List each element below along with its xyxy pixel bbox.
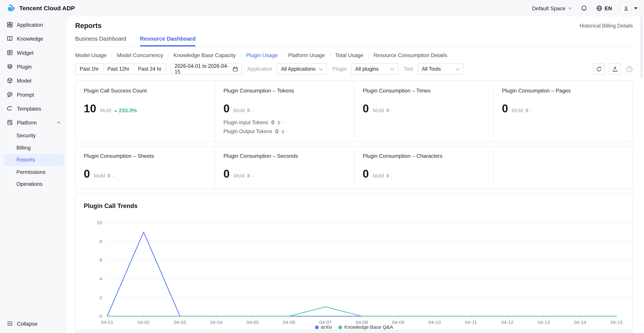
user-icon: [623, 5, 629, 12]
flat-indicator-icon: [247, 174, 250, 178]
tab-resource-dashboard[interactable]: Resource Dashboard: [140, 36, 196, 47]
up-triangle-icon: ▲: [114, 108, 118, 112]
series-line-arxiv: [107, 232, 616, 316]
caret-down-icon: [634, 7, 638, 9]
sidebar-item-plugin[interactable]: Plugin: [0, 60, 67, 74]
collapse-sidebar-button[interactable]: Collapse: [0, 317, 67, 330]
sub-metric-label: Plugin Output Tokens: [224, 129, 272, 134]
sub-metric-label: Plugin Input Tokens: [224, 120, 268, 125]
notifications-button[interactable]: [581, 5, 587, 12]
time-range-past-1hr[interactable]: Past 1hr: [76, 64, 103, 75]
subnav-model-usage[interactable]: Model Usage: [75, 52, 112, 58]
sidebar-item-widget[interactable]: Widget: [0, 46, 67, 60]
time-range-past-24-hr[interactable]: Past 24 hr: [134, 64, 166, 75]
topbar-actions: Default Space EN: [532, 3, 638, 14]
knowledge-icon: [6, 36, 13, 42]
page-title: Reports: [75, 22, 102, 30]
widget-icon: [6, 49, 13, 56]
plugin-select[interactable]: All plugins: [351, 63, 398, 75]
sidebar-item-label: Widget: [17, 50, 61, 56]
legend-dot-icon: [315, 325, 319, 329]
subnav-plugin-usage[interactable]: Plugin Usage: [241, 52, 283, 58]
sidebar-item-label: Knowledge: [17, 36, 61, 42]
sidebar-item-platform[interactable]: Platform: [0, 116, 67, 129]
chevron-down-icon: [390, 68, 394, 71]
time-range-past-12hr[interactable]: Past 12hr: [103, 64, 134, 75]
y-axis-tick-label: 6: [100, 257, 102, 262]
tool-select-value: All Tools: [422, 66, 441, 72]
sidebar-subitem-label: Permissions: [16, 169, 46, 175]
active-tab-indicator: [140, 45, 196, 46]
sidebar-item-operations[interactable]: Operations: [3, 178, 64, 190]
stat-card-plugin-consumption-times: Plugin Consumption – Times0MoM–: [354, 81, 493, 142]
series-line-knowledge-base-q-a: [107, 307, 616, 316]
date-range-value: 2026-04-01 to 2026-04-15: [174, 63, 232, 75]
stat-title: Plugin Call Success Count: [84, 88, 206, 94]
usage-subnav: Model UsageModel ConcurrencyKnowledge Ba…: [75, 52, 633, 58]
sidebar-item-prompt[interactable]: Prompt: [0, 88, 67, 102]
help-icon: ?: [626, 66, 633, 73]
stat-title: Plugin Consumption – Sheets: [84, 153, 206, 159]
sidebar-item-templates[interactable]: Templates: [0, 102, 67, 116]
subnav-knowledge-base-capacity[interactable]: Knowledge Base Capacity: [168, 52, 241, 58]
help-button[interactable]: ?: [626, 66, 633, 73]
stat-value-row: 0MoM–: [362, 103, 485, 114]
export-button[interactable]: [609, 63, 621, 75]
legend-dot-icon: [338, 325, 342, 329]
stat-card-plugin-consumption-pages: Plugin Consumption – Pages0MoM–: [493, 81, 632, 142]
stat-value: 0: [84, 169, 90, 180]
application-select[interactable]: All Applications: [277, 63, 327, 75]
historical-billing-details-link[interactable]: Historical Billing Details: [580, 23, 633, 29]
legend-item-arxiv[interactable]: arXiv: [315, 324, 332, 330]
tab-business-dashboard[interactable]: Business Dashboard: [75, 36, 126, 47]
trend-line-chart: 024681004-0104-0204-0304-0404-0504-0604-…: [76, 194, 632, 333]
avatar: [620, 3, 631, 14]
chevron-up-icon: [56, 120, 61, 125]
subnav-total-usage[interactable]: Total Usage: [330, 52, 368, 58]
stat-value: 0: [362, 169, 369, 180]
brand: Tencent Cloud ADP: [6, 4, 75, 13]
mom-delta-flat: –: [108, 173, 115, 180]
plugin-filter-label: Plugin: [332, 66, 347, 72]
stat-title: Plugin Consumption – Characters: [362, 153, 485, 159]
tool-filter-label: Tool: [404, 66, 413, 72]
stat-value-row: 0MoM–: [84, 169, 206, 180]
top-header: Tencent Cloud ADP Default Space EN: [0, 0, 644, 17]
subnav-resource-consumption-details[interactable]: Resource Consumption Details: [368, 52, 452, 58]
space-label: Default Space: [532, 5, 566, 12]
stat-card-plugin-consumption-sheets: Plugin Consumption – Sheets0MoM–: [76, 146, 215, 189]
sidebar-nav: ApplicationKnowledgeWidgetPluginModelPro…: [0, 18, 67, 190]
chart-legend: arXivKnowledge Base Q&A: [76, 324, 632, 330]
legend-label: arXiv: [321, 324, 332, 330]
tool-select[interactable]: All Tools: [418, 63, 464, 75]
space-selector[interactable]: Default Space: [532, 5, 572, 12]
sidebar-item-application[interactable]: Application: [0, 18, 67, 32]
mom-delta-flat: –: [247, 173, 254, 180]
mom-label: MoM: [234, 173, 245, 180]
mom-label: MoM: [512, 108, 523, 114]
date-range-picker[interactable]: 2026-04-01 to 2026-04-15: [170, 63, 242, 75]
sidebar-item-knowledge[interactable]: Knowledge: [0, 32, 67, 46]
subnav-model-concurrency[interactable]: Model Concurrency: [112, 52, 168, 58]
flat-indicator-icon: [282, 130, 284, 133]
sidebar-item-reports[interactable]: Reports: [3, 154, 64, 166]
stat-title: Plugin Consumption – Times: [362, 88, 485, 94]
tab-label: Resource Dashboard: [140, 36, 196, 42]
stat-value-row: 0MoM–: [224, 103, 346, 114]
plugin-select-value: All plugins: [355, 66, 379, 72]
language-selector[interactable]: EN: [596, 5, 612, 12]
sidebar-item-billing[interactable]: Billing: [3, 142, 64, 154]
sidebar-item-security[interactable]: Security: [3, 129, 64, 142]
sidebar-item-model[interactable]: Model: [0, 74, 67, 88]
stat-value-row: 0MoM–: [502, 103, 624, 114]
stat-card-plugin-call-success-count: Plugin Call Success Count10MoM▲233.3%: [76, 81, 215, 142]
flat-indicator-icon: [278, 121, 280, 124]
user-menu[interactable]: [620, 3, 637, 14]
legend-label: Knowledge Base Q&A: [344, 324, 393, 330]
vertical-scrollbar[interactable]: [640, 17, 643, 79]
flat-indicator-icon: [247, 109, 250, 112]
legend-item-knowledge-base-q-a[interactable]: Knowledge Base Q&A: [338, 324, 393, 330]
refresh-button[interactable]: [593, 63, 604, 75]
sidebar-item-permissions[interactable]: Permissions: [3, 166, 64, 178]
subnav-platform-usage[interactable]: Platform Usage: [283, 52, 330, 58]
